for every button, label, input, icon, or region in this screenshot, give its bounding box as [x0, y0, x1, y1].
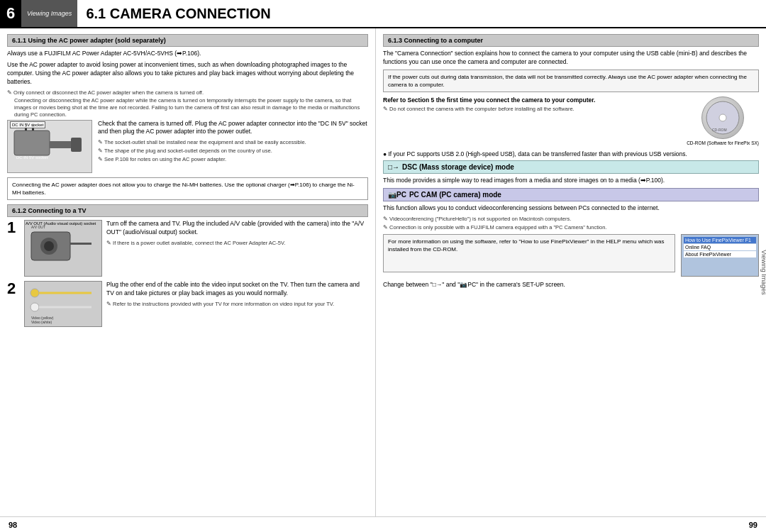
step-1-note: If there is a power outlet available, co… — [106, 240, 368, 247]
left-column: 6.1.1 Using the AC power adapter (sold s… — [0, 28, 376, 516]
pccam-body: This function allows you to conduct vide… — [383, 204, 759, 213]
pccam-info-box: For more information on using the softwa… — [383, 234, 675, 272]
section-611-img-row: DC IN 5V socket DC IN 5V socket Check th… — [7, 120, 368, 173]
help-item-1: How to Use FinePixViewer F1 — [684, 237, 756, 243]
step-2-number: 2 — [7, 281, 20, 297]
svg-text:CD-ROM: CD-ROM — [712, 128, 727, 132]
section-613-bullet: If your PC supports USB 2.0 (High-speed … — [383, 150, 759, 159]
svg-point-18 — [719, 114, 726, 121]
section-611-body: Use the AC power adapter to avoid losing… — [7, 61, 368, 87]
svg-text:DC IN 5V socket: DC IN 5V socket — [16, 155, 48, 160]
section-611-note3: The socket-outlet shall be installed nea… — [98, 139, 368, 146]
section-611-instruction: Check that the camera is turned off. Plu… — [98, 120, 368, 137]
section-611-note4: The shape of the plug and socket-outlet … — [98, 148, 368, 155]
dc-in-label: DC IN 5V socket — [10, 121, 45, 128]
section-611-note2: Connecting or disconnecting the AC power… — [7, 97, 368, 118]
vertical-viewing-label: Viewing Images — [760, 250, 766, 294]
pccam-info-area: For more information on using the softwa… — [383, 234, 759, 277]
cdrom-image: CD-ROM — [701, 96, 744, 139]
step-2-instruction: Plug the other end of the cable into the… — [106, 281, 368, 298]
dsc-icon: □→ — [388, 163, 399, 171]
video-cable-image: Video (yellow) Video (white) — [24, 281, 102, 327]
refer-note: Do not connect the camera with the compu… — [383, 106, 681, 113]
right-column: 6.1.3 Connecting to a computer The "Came… — [376, 28, 766, 516]
pccam-note1: Videoconferencing ("PictureHello") is no… — [383, 216, 759, 223]
section-613-info: If the power cuts out during data transm… — [383, 70, 759, 92]
help-screenshot: How to Use FinePixViewer F1 Online FAQ A… — [681, 234, 759, 277]
section-613-refer-text-area: Refer to Section 5 the first time you co… — [383, 96, 681, 146]
step-2-text-area: Plug the other end of the cable into the… — [106, 281, 368, 309]
pccam-note2: Connection is only possible with a FUJIF… — [383, 224, 759, 231]
section-611-intro: Always use a FUJIFILM AC Power Adapter A… — [7, 50, 368, 58]
dsc-header: □→ DSC (Mass storage device) mode — [383, 160, 759, 174]
dsc-body: This mode provides a simple way to read … — [383, 177, 759, 185]
svg-point-8 — [44, 241, 54, 251]
step-1-instruction: Turn off the camera and TV. Plug the inc… — [106, 220, 368, 237]
cdrom-area: CD-ROM CD-ROM (Software for FinePix SX) — [687, 96, 759, 146]
pccam-icon: 📷PC — [388, 191, 406, 199]
pccam-title: PC CAM (PC camera) mode — [409, 191, 501, 199]
chapter-number: 6 — [0, 0, 21, 27]
page-number-left: 98 — [9, 521, 17, 529]
section-612-header: 6.1.2 Connecting to a TV — [7, 204, 368, 217]
svg-rect-1 — [50, 141, 71, 148]
step-2-note: Refer to the instructions provided with … — [106, 301, 368, 308]
main-content: 6.1.1 Using the AC power adapter (sold s… — [0, 28, 766, 516]
av-out-label: A/V OUT (Audio visual output) socket — [26, 221, 96, 226]
step-1-number: 1 — [7, 220, 20, 235]
svg-rect-2 — [71, 138, 82, 152]
svg-rect-9 — [70, 243, 91, 245]
dsc-title: DSC (Mass storage device) mode — [402, 163, 514, 171]
section-611-header: 6.1.1 Using the AC power adapter (sold s… — [7, 34, 368, 47]
svg-point-11 — [30, 289, 39, 297]
step-1-row: 1 A/V OUT A/V OUT (Audio visual output) … — [7, 220, 368, 277]
section-611-note5: See P.108 for notes on using the AC powe… — [98, 156, 368, 163]
chapter-label: Viewing Images — [21, 0, 77, 27]
section-611-instruction-area: Check that the camera is turned off. Plu… — [98, 120, 368, 173]
refer-bold-text: Refer to Section 5 the first time you co… — [383, 96, 681, 104]
step-1-text-area: Turn off the camera and TV. Plug the inc… — [106, 220, 368, 248]
page-number-right: 99 — [749, 521, 757, 529]
section-title: 6.1 CAMERA CONNECTION — [77, 0, 766, 27]
pccam-header: 📷PC PC CAM (PC camera) mode — [383, 188, 759, 201]
help-screenshot-area: How to Use FinePixViewer F1 Online FAQ A… — [681, 234, 759, 277]
help-item-2: Online FAQ — [684, 244, 756, 250]
section-611-warning: Connecting the AC power adapter does not… — [7, 177, 368, 200]
cdrom-label: CD-ROM (Software for FinePix SX) — [687, 140, 759, 146]
right-column-wrapper: 6.1.3 Connecting to a computer The "Came… — [376, 28, 766, 516]
step-2-row: 2 Video (yellow) Video (white) Plug the … — [7, 281, 368, 327]
svg-rect-0 — [14, 131, 50, 155]
page-header: 6 Viewing Images 6.1 CAMERA CONNECTION — [0, 0, 766, 28]
svg-text:Video (white): Video (white) — [31, 320, 52, 324]
av-camera-image: A/V OUT — [24, 220, 102, 277]
page-footer: 98 99 — [0, 516, 766, 532]
section-613-header: 6.1.3 Connecting to a computer — [383, 34, 759, 47]
pccam-footer-text: Change between "□→" and "📷PC" in the cam… — [383, 281, 759, 289]
section-613-refer-area: Refer to Section 5 the first time you co… — [383, 96, 759, 146]
section-611-note1: Only connect or disconnect the AC power … — [7, 89, 368, 96]
help-item-3: About FinePixViewer — [684, 251, 756, 257]
section-613-body: The "Camera Connection" section explains… — [383, 50, 759, 67]
svg-point-13 — [30, 303, 39, 311]
